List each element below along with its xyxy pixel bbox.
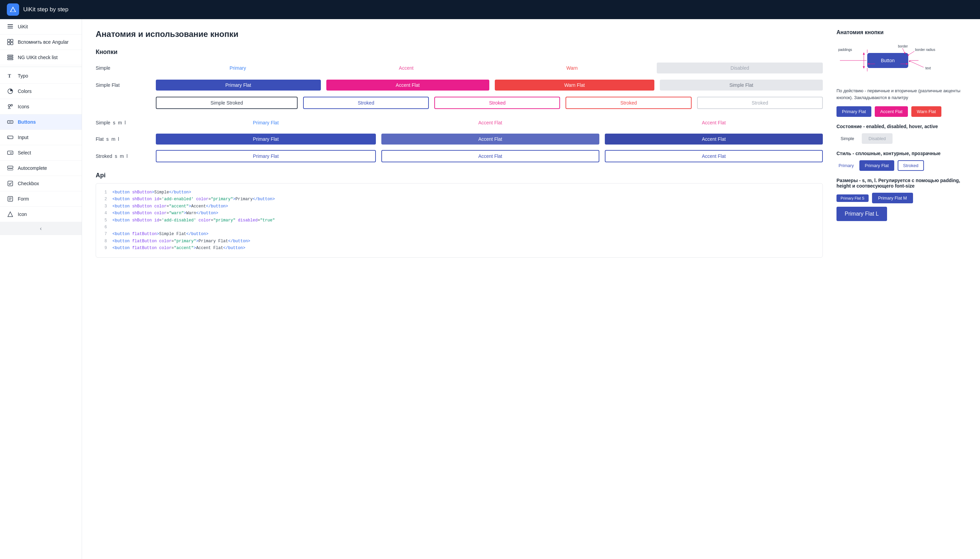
size-title: Размеры - s, m, l. Регулируется с помощь… (836, 178, 966, 189)
style-btn-flat[interactable]: Primary Flat (859, 160, 894, 171)
sidebar-item-autocomplete[interactable]: Autocomplete (0, 160, 82, 176)
btn-flat-warn[interactable]: Warn Flat (495, 79, 654, 91)
svg-rect-23 (8, 181, 13, 186)
btn-flat-primary[interactable]: Primary Flat (156, 79, 321, 91)
buttons-row-stroked: Simple Stroked Stroked Stroked Stroked S… (96, 97, 823, 109)
sidebar-item-typo[interactable]: T Typo (0, 68, 82, 84)
sidebar-item-buttons[interactable]: Buttons (0, 114, 82, 130)
sidebar-label-icons: Icons (18, 104, 29, 109)
sidebar-collapse-button[interactable]: ‹ (0, 222, 82, 235)
buttons-row-simple: Simple Primary Accent Warn Disabled (96, 63, 823, 73)
icon-nav-icon (7, 211, 14, 218)
size-btn-s[interactable]: Primary Flat S (836, 194, 869, 202)
svg-text:paddings: paddings (838, 48, 852, 51)
svg-point-44 (907, 55, 909, 56)
size-btn-simple-primary[interactable]: Primary Flat (156, 117, 376, 128)
size-btn-m[interactable]: Primary Flat M (872, 193, 913, 203)
code-line-4: 4 <button shButton color="warn">Warn</bu… (101, 210, 817, 217)
checkbox-icon (7, 180, 14, 187)
size-btn-stroked-accent[interactable]: Accent Flat (381, 150, 599, 162)
select-icon (7, 149, 14, 156)
sidebar-item-colors[interactable]: Colors (0, 84, 82, 99)
sidebar-item-form[interactable]: Form (0, 191, 82, 207)
size-buttons-row: Primary Flat S Primary Flat M Primary Fl… (836, 193, 966, 221)
btn-flat-accent[interactable]: Accent Flat (326, 79, 489, 91)
svg-rect-4 (8, 28, 13, 28)
style-btn-stroked[interactable]: Stroked (897, 160, 924, 171)
btn-warn[interactable]: Warn (493, 63, 651, 73)
size-btn-simple-accent[interactable]: Accent Flat (381, 117, 599, 128)
size-row-flat: Flat s m l Primary Flat Accent Flat Acce… (96, 134, 823, 144)
collapse-icon: ‹ (40, 225, 42, 232)
state-btn-simple[interactable]: Simple (836, 133, 858, 144)
sidebar-label-checkbox: Checkbox (18, 181, 39, 186)
svg-rect-22 (8, 169, 13, 170)
size-btn-flat-primary[interactable]: Primary Flat (156, 134, 376, 144)
size-btn-l[interactable]: Primary Flat L (836, 207, 887, 221)
icons-icon (7, 103, 14, 110)
anatomy-title: Анатомия кнопки (836, 30, 966, 36)
sidebar-label-colors: Colors (18, 89, 31, 94)
svg-rect-9 (8, 55, 13, 56)
sidebar-label-buttons: Buttons (18, 119, 36, 125)
buttons-icon (7, 119, 14, 126)
btn-stroked-primary[interactable]: Stroked (303, 97, 429, 109)
typo-icon: T (7, 73, 14, 79)
sidebar-item-angular[interactable]: Вспомнить все Angular (0, 35, 82, 50)
sidebar-item-checklist[interactable]: NG UIKit check list (0, 50, 82, 65)
state-title: Состояние - enabled, disabled, hover, ac… (836, 124, 966, 129)
size-btn-stroked-accent2[interactable]: Accent Flat (605, 150, 823, 162)
svg-rect-10 (8, 57, 13, 58)
sidebar-item-input[interactable]: Input (0, 130, 82, 145)
btn-primary[interactable]: Primary (156, 63, 320, 73)
style-btn-plain[interactable]: Primary (836, 160, 856, 171)
size-btn-flat-accent[interactable]: Accent Flat (381, 134, 599, 144)
sidebar-item-select[interactable]: Select (0, 145, 82, 160)
btn-stroked-accent[interactable]: Stroked (434, 97, 560, 109)
code-line-1: 1 <button shButton>Simple</button> (101, 189, 817, 196)
btn-stroked-simple[interactable]: Simple Stroked (156, 97, 297, 109)
anatomy-diagram: Button paddings border (836, 41, 953, 82)
input-icon (7, 134, 14, 141)
row-label-size-flat: Flat s m l (96, 136, 150, 142)
action-btn-accent[interactable]: Accent Flat (875, 106, 908, 117)
state-buttons-row: Simple Disabled (836, 133, 966, 144)
action-btn-warn[interactable]: Warn Flat (911, 106, 941, 117)
style-buttons-row: Primary Primary Flat Stroked (836, 160, 966, 171)
sidebar: UiKit Вспомнить все Angular NG UIKit che… (0, 19, 82, 559)
buttons-section-title: Кнопки (96, 48, 823, 56)
sidebar-item-checkbox[interactable]: Checkbox (0, 176, 82, 191)
svg-text:text: text (925, 66, 931, 70)
code-line-7: 7 <button flatButton>Simple Flat</button… (101, 231, 817, 238)
svg-rect-8 (11, 42, 13, 45)
sidebar-label-checklist: NG UIKit check list (18, 55, 58, 60)
list-icon (7, 23, 14, 30)
sidebar-label-autocomplete: Autocomplete (18, 165, 47, 171)
btn-accent[interactable]: Accent (325, 63, 487, 73)
sidebar-item-icon[interactable]: Icon (0, 207, 82, 222)
code-line-9: 9 <button flatButton color="accent">Acce… (101, 245, 817, 251)
sidebar-label-form: Form (18, 196, 29, 202)
main-layout: UiKit Вспомнить все Angular NG UIKit che… (0, 19, 980, 559)
size-btn-flat-accent2[interactable]: Accent Flat (605, 134, 823, 144)
svg-marker-37 (863, 52, 865, 55)
sidebar-label-uikit: UiKit (18, 24, 28, 30)
svg-text:Button: Button (881, 58, 894, 63)
size-btn-simple-accent2[interactable]: Accent Flat (605, 117, 823, 128)
sidebar-item-uikit[interactable]: UiKit (0, 19, 82, 35)
row-label-size-simple: Simple s m l (96, 120, 150, 126)
style-title: Стиль - сплошные, контурные, прозрачные (836, 150, 966, 156)
svg-rect-2 (8, 24, 13, 25)
svg-rect-7 (8, 42, 10, 45)
size-row-stroked: Stroked s m l Primary Flat Accent Flat A… (96, 150, 823, 162)
code-line-2: 2 <button shButton id='add-enabled' colo… (101, 196, 817, 203)
action-btn-primary[interactable]: Primary Flat (836, 106, 871, 117)
svg-marker-28 (8, 212, 13, 217)
sidebar-item-icons[interactable]: Icons (0, 99, 82, 114)
code-line-8: 8 <button flatButton color="primary">Pri… (101, 238, 817, 245)
sidebar-label-angular: Вспомнить все Angular (18, 39, 69, 45)
header: UiKit step by step (0, 0, 980, 19)
size-btn-stroked-primary[interactable]: Primary Flat (156, 150, 376, 162)
size-row-simple: Simple s m l Primary Flat Accent Flat Ac… (96, 117, 823, 128)
btn-stroked-warn[interactable]: Stroked (565, 97, 691, 109)
